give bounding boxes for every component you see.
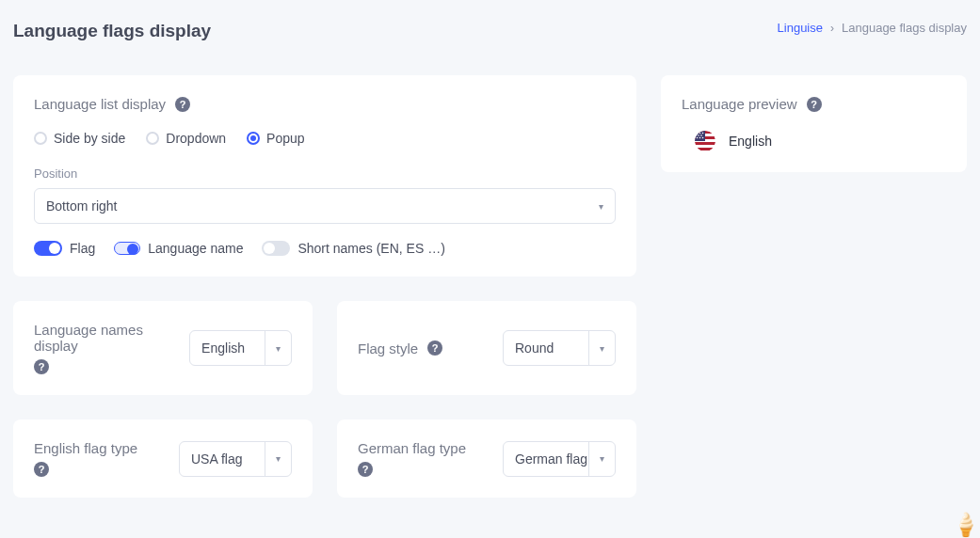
card-label-text: English flag type	[34, 440, 137, 456]
language-preview-card: Language preview ?	[661, 75, 967, 172]
svg-point-9	[702, 133, 704, 134]
toggle-label: Language name	[148, 241, 243, 256]
radio-label: Popup	[266, 131, 304, 146]
short-names-toggle[interactable]	[262, 241, 290, 256]
page-title: Language flags display	[13, 21, 211, 41]
svg-point-10	[698, 134, 699, 136]
radio-side-by-side[interactable]: Side by side	[34, 131, 125, 146]
radio-label: Dropdown	[166, 131, 226, 146]
breadcrumb-home-link[interactable]: Linguise	[778, 21, 823, 35]
radio-circle-icon	[146, 132, 159, 145]
select-caret: ▾	[265, 331, 291, 365]
card-label: German flag type ?	[358, 440, 466, 477]
preview-language-text: English	[729, 134, 772, 149]
chevron-right-icon: ›	[830, 22, 834, 35]
help-icon[interactable]: ?	[427, 340, 442, 356]
svg-rect-5	[695, 148, 715, 150]
help-icon[interactable]: ?	[358, 462, 373, 477]
help-icon[interactable]: ?	[34, 462, 49, 477]
preview-content: English	[682, 131, 946, 151]
usa-flag-icon	[695, 131, 715, 151]
help-icon[interactable]: ?	[175, 97, 190, 112]
ice-cream-icon: 🍦	[952, 512, 980, 538]
radio-circle-icon	[247, 132, 260, 145]
svg-point-7	[697, 133, 699, 134]
card-label: Language names display ?	[34, 322, 176, 374]
card-title: Language list display ?	[34, 96, 616, 112]
english-flag-select[interactable]: USA flag ▾	[179, 441, 292, 477]
select-value: German flag	[504, 451, 588, 467]
radio-label: Side by side	[54, 131, 125, 146]
chevron-down-icon: ▾	[600, 343, 604, 354]
toggle-row: Flag Language name Short names (EN, ES ……	[34, 241, 616, 256]
toggle-language-name: Language name	[114, 241, 243, 256]
svg-point-13	[699, 137, 701, 139]
chevron-down-icon: ▾	[599, 201, 603, 212]
radio-popup[interactable]: Popup	[247, 131, 304, 146]
flag-style-card: Flag style ? Round ▾	[337, 301, 636, 395]
card-title: Language preview ?	[682, 96, 946, 112]
flag-toggle[interactable]	[34, 241, 62, 256]
chevron-down-icon: ▾	[276, 453, 281, 464]
toggle-label: Flag	[70, 241, 95, 256]
select-caret: ▾	[588, 442, 615, 476]
german-flag-type-card: German flag type ? German flag ▾	[337, 419, 636, 498]
card-label-text: Flag style	[358, 340, 418, 356]
chevron-down-icon: ▾	[276, 343, 281, 354]
position-select[interactable]: Bottom right ▾	[34, 188, 616, 224]
toggle-label: Short names (EN, ES …)	[297, 241, 444, 256]
display-mode-radio-group: Side by side Dropdown Popup	[34, 131, 616, 146]
radio-circle-icon	[34, 132, 47, 145]
card-title-text: Language preview	[682, 96, 797, 112]
toggle-short-names: Short names (EN, ES …)	[262, 241, 444, 256]
english-flag-type-card: English flag type ? USA flag ▾	[13, 419, 313, 498]
position-label: Position	[34, 166, 616, 181]
names-display-select[interactable]: English ▾	[189, 330, 292, 366]
help-icon[interactable]: ?	[807, 97, 822, 112]
breadcrumb-current: Language flags display	[842, 21, 967, 35]
radio-dropdown[interactable]: Dropdown	[146, 131, 226, 146]
select-caret: ▾	[265, 442, 291, 476]
card-label: English flag type ?	[34, 440, 137, 477]
select-value: USA flag	[180, 451, 265, 467]
select-value: Bottom right	[46, 198, 117, 214]
svg-point-12	[697, 137, 699, 139]
help-icon[interactable]: ?	[34, 359, 49, 374]
select-value: Round	[504, 340, 588, 356]
card-title-text: Language list display	[34, 96, 166, 112]
language-list-display-card: Language list display ? Side by side Dro…	[13, 75, 636, 277]
breadcrumb: Linguise › Language flags display	[778, 21, 967, 35]
german-flag-select[interactable]: German flag ▾	[503, 441, 616, 477]
svg-point-8	[699, 133, 701, 134]
toggle-flag: Flag	[34, 241, 95, 256]
language-name-toggle[interactable]	[114, 242, 140, 255]
page-header: Language flags display Linguise › Langua…	[13, 21, 967, 41]
card-label-text: German flag type	[358, 440, 466, 456]
language-names-display-card: Language names display ? English ▾	[13, 301, 313, 395]
card-label: Flag style ?	[358, 340, 442, 356]
svg-rect-6	[695, 131, 705, 141]
select-value: English	[190, 340, 265, 356]
card-label-text: Language names display	[34, 322, 176, 354]
svg-point-11	[700, 134, 702, 136]
chevron-down-icon: ▾	[600, 453, 604, 464]
flag-style-select[interactable]: Round ▾	[503, 330, 616, 366]
spacer	[661, 301, 967, 395]
select-caret: ▾	[588, 331, 615, 365]
svg-rect-4	[695, 142, 715, 145]
svg-point-14	[702, 137, 704, 139]
